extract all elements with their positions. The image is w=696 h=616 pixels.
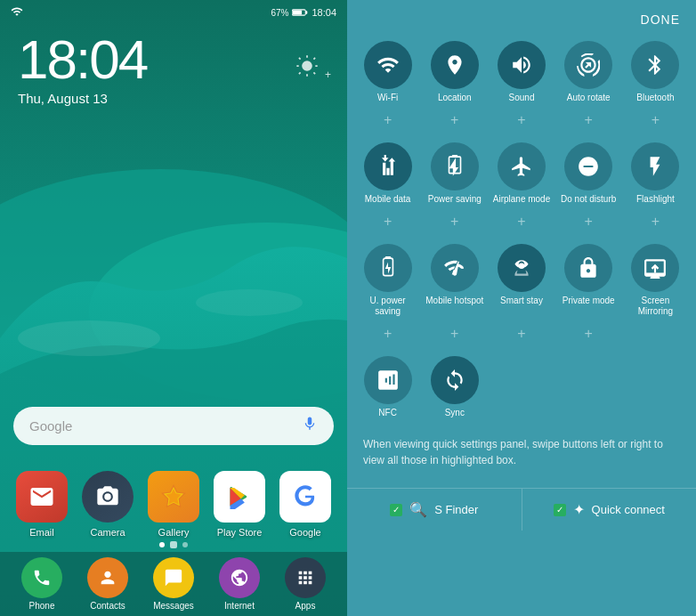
search-bar[interactable]: Google xyxy=(13,407,334,445)
dock-internet[interactable]: Internet xyxy=(219,557,260,611)
nfc-icon-circle xyxy=(364,356,412,404)
airplane-label: Airplane mode xyxy=(493,194,550,205)
svg-point-8 xyxy=(302,61,312,71)
qs-smartstay[interactable]: Smart stay xyxy=(488,237,554,324)
camera-app-icon xyxy=(82,471,134,523)
plus-3[interactable]: + xyxy=(488,110,554,135)
done-button[interactable]: DONE xyxy=(641,12,680,27)
gallery-app-icon xyxy=(148,471,199,523)
quick-settings-panel: DONE Wi-Fi Location xyxy=(347,0,696,616)
sfinder-checkbox[interactable]: ✓ xyxy=(390,504,402,516)
qs-wifi[interactable]: Wi-Fi xyxy=(354,34,421,110)
qs-hotspot[interactable]: Mobile hotspot xyxy=(421,237,488,324)
qs-privatemode[interactable]: Private mode xyxy=(555,237,622,324)
app-google[interactable]: Google xyxy=(279,471,331,538)
smartstay-icon-circle xyxy=(498,244,546,292)
qs-dnd[interactable]: Do not disturb xyxy=(555,135,622,212)
messages-dock-label: Messages xyxy=(153,601,194,611)
mic-icon[interactable] xyxy=(302,416,318,436)
email-app-icon xyxy=(16,471,68,523)
qs-sync[interactable]: Sync xyxy=(421,349,488,426)
qs-bluetooth[interactable]: Bluetooth xyxy=(622,34,689,110)
plus-11[interactable]: + xyxy=(354,324,421,349)
quickconnect-button[interactable]: ✓ ✦ Quick connect xyxy=(522,489,697,531)
flashlight-icon-circle xyxy=(631,142,679,190)
qs-nfc[interactable]: NFC xyxy=(354,349,421,426)
dock-apps[interactable]: Apps xyxy=(285,557,326,611)
svg-point-9 xyxy=(104,493,110,499)
app-row: Email Camera Gallery xyxy=(0,471,347,538)
sfinder-button[interactable]: ✓ 🔍 S Finder xyxy=(347,489,522,531)
plus-5[interactable]: + xyxy=(622,110,689,135)
qs-grid-row4: NFC Sync xyxy=(347,349,696,426)
plus-1[interactable]: + xyxy=(354,110,421,135)
apps-dock-label: Apps xyxy=(295,601,316,611)
plus-6[interactable]: + xyxy=(354,212,421,237)
dock-contacts[interactable]: Contacts xyxy=(87,557,128,611)
app-playstore[interactable]: Play Store xyxy=(214,471,265,538)
autorotate-icon-circle xyxy=(564,41,612,89)
qs-header: DONE xyxy=(347,0,696,34)
dot-3 xyxy=(182,542,188,547)
contacts-dock-label: Contacts xyxy=(90,601,125,611)
plus-13[interactable]: + xyxy=(488,324,554,349)
qs-grid-row1: Wi-Fi Location Sound xyxy=(347,34,696,110)
qs-autorotate[interactable]: Auto rotate xyxy=(555,34,622,110)
plus-14[interactable]: + xyxy=(555,324,622,349)
plus-7[interactable]: + xyxy=(421,212,488,237)
qs-grid-row3: U. power saving Mobile hotspot Smart sta… xyxy=(347,237,696,324)
plus-12[interactable]: + xyxy=(421,324,488,349)
screenmirror-label: Screen Mirroring xyxy=(626,296,685,317)
bluetooth-label: Bluetooth xyxy=(636,93,674,103)
privatemode-label: Private mode xyxy=(562,296,615,306)
qs-footer: ✓ 🔍 S Finder ✓ ✦ Quick connect xyxy=(347,488,696,531)
plus-8[interactable]: + xyxy=(488,212,554,237)
qs-upowersaving[interactable]: U. power saving xyxy=(354,237,421,324)
internet-dock-label: Internet xyxy=(224,601,255,611)
plus-9[interactable]: + xyxy=(555,212,622,237)
sound-label: Sound xyxy=(509,93,535,103)
dock-phone[interactable]: Phone xyxy=(21,557,62,611)
search-icon: 🔍 xyxy=(409,501,427,518)
battery-percent: 67% xyxy=(271,8,288,18)
svg-point-4 xyxy=(196,289,303,316)
email-label: Email xyxy=(29,527,54,538)
dock-messages[interactable]: Messages xyxy=(153,557,194,611)
qs-mobiledata[interactable]: Mobile data xyxy=(354,135,421,212)
qs-flashlight[interactable]: Flashlight xyxy=(622,135,689,212)
qs-airplane[interactable]: Airplane mode xyxy=(488,135,554,212)
airplane-icon-circle xyxy=(498,142,546,190)
svg-point-3 xyxy=(18,320,160,356)
contacts-dock-icon xyxy=(87,557,128,598)
plus-4[interactable]: + xyxy=(555,110,622,135)
app-email[interactable]: Email xyxy=(16,471,68,538)
qs-screenmirror[interactable]: Screen Mirroring xyxy=(622,237,689,324)
google-label: Google xyxy=(289,527,320,538)
quickconnect-checkbox[interactable]: ✓ xyxy=(554,504,566,516)
quickconnect-label: Quick connect xyxy=(592,503,665,516)
qs-powersaving[interactable]: Power saving xyxy=(421,135,488,212)
mobiledata-label: Mobile data xyxy=(365,194,411,205)
plus-10[interactable]: + xyxy=(622,212,689,237)
status-bar-left xyxy=(11,5,26,20)
qs-sound[interactable]: Sound xyxy=(488,34,554,110)
apps-dock-icon xyxy=(285,557,326,598)
smartstay-label: Smart stay xyxy=(500,296,543,306)
svg-rect-13 xyxy=(452,155,458,157)
app-gallery[interactable]: Gallery xyxy=(148,471,199,538)
bottom-dock: Phone Contacts Messages xyxy=(0,552,347,616)
qs-hint: When viewing quick settings panel, swipe… xyxy=(347,426,696,479)
phone-dock-label: Phone xyxy=(29,601,55,611)
bluetooth-icon-circle xyxy=(631,41,679,89)
powersaving-label: Power saving xyxy=(428,194,482,205)
status-bar: 67% 18:04 xyxy=(0,0,347,23)
connect-icon: ✦ xyxy=(573,501,585,518)
sound-icon-circle xyxy=(498,41,546,89)
app-camera[interactable]: Camera xyxy=(82,471,134,538)
plus-2[interactable]: + xyxy=(421,110,488,135)
location-icon-circle xyxy=(431,41,479,89)
qs-location[interactable]: Location xyxy=(421,34,488,110)
svg-point-16 xyxy=(519,263,525,270)
plus-15 xyxy=(622,324,689,349)
brightness-icon[interactable]: + xyxy=(295,53,331,84)
